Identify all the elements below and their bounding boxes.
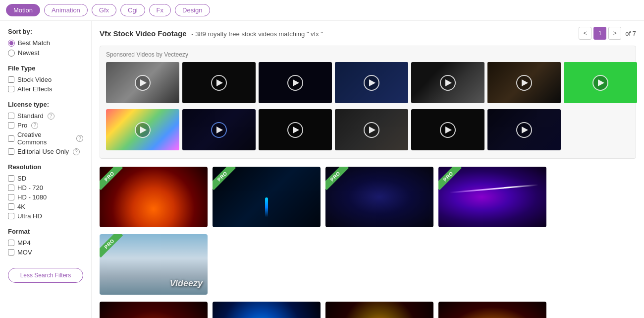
main-layout: Sort by: Best Match Newest File Type Sto… (0, 21, 644, 318)
file-type-after-effects[interactable]: After Effects (8, 85, 83, 93)
sponsored-row-1 (106, 62, 637, 103)
sponsored-thumb-7[interactable] (564, 62, 637, 103)
format-mov[interactable]: MOV (8, 249, 83, 256)
res-ultrahd[interactable]: Ultra HD (8, 212, 83, 220)
format-section: Format MP4 MOV (8, 228, 83, 256)
file-type-section: File Type Stock Video After Effects (8, 64, 83, 93)
play-button[interactable] (211, 75, 227, 91)
play-button[interactable] (516, 75, 532, 91)
res-hd1080[interactable]: HD - 1080 (8, 193, 83, 201)
pagination: < 1 > of 7 (579, 27, 636, 40)
less-filters-button[interactable]: Less Search Filters (8, 268, 83, 283)
next-page-button[interactable]: > (608, 27, 621, 40)
main-thumb-1[interactable] (100, 167, 208, 227)
format-label: Format (8, 228, 83, 235)
sort-by-section: Sort by: Best Match Newest (8, 28, 83, 57)
nav-animation[interactable]: Animation (44, 4, 88, 16)
prev-page-button[interactable]: < (579, 27, 591, 40)
sort-newest[interactable]: Newest (8, 49, 83, 57)
sponsored-section: Sponsored Videos by Vecteezy (100, 46, 636, 159)
file-type-stock-video[interactable]: Stock Video (8, 76, 83, 83)
sponsored-thumb-9[interactable] (182, 109, 256, 150)
cc-help-icon[interactable]: ? (76, 135, 83, 142)
sponsored-row-2 (106, 109, 561, 150)
res-4k[interactable]: 4K (8, 203, 83, 210)
sponsored-grid (106, 62, 630, 153)
main-thumb-2[interactable] (213, 167, 321, 227)
main-thumb-6[interactable] (100, 302, 208, 318)
sponsored-thumb-8[interactable] (106, 109, 179, 150)
play-button[interactable] (364, 122, 379, 138)
file-type-label: File Type (8, 64, 83, 72)
sponsored-thumb-13[interactable] (487, 109, 561, 150)
main-thumb-5[interactable]: Videezy (100, 234, 208, 295)
license-standard[interactable]: Standard ? (8, 112, 83, 120)
content-header: Vfx Stock Video Footage - 389 royalty fr… (100, 27, 636, 40)
license-creative-commons[interactable]: Creative Commons ? (8, 131, 83, 146)
main-thumb-7[interactable] (213, 302, 321, 318)
page-subtitle: - 389 royalty free stock videos matching… (191, 30, 323, 38)
license-section: License type: Standard ? Pro ? Creative … (8, 101, 83, 155)
standard-help-icon[interactable]: ? (48, 113, 54, 120)
play-button[interactable] (592, 75, 608, 91)
license-label: License type: (8, 101, 83, 108)
nav-design[interactable]: Design (175, 4, 210, 16)
play-button[interactable] (211, 122, 227, 138)
top-nav: Motion Animation Gfx Cgi Fx Design (0, 0, 644, 21)
res-hd720[interactable]: HD - 720 (8, 184, 83, 191)
sponsored-thumb-12[interactable] (411, 109, 484, 150)
nav-motion[interactable]: Motion (6, 4, 40, 16)
pro-badge-2 (213, 167, 238, 192)
format-mp4[interactable]: MP4 (8, 239, 83, 247)
sponsored-thumb-2[interactable] (182, 62, 256, 103)
license-pro[interactable]: Pro ? (8, 122, 83, 129)
page-of-label: of 7 (625, 30, 636, 37)
sponsored-thumb-3[interactable] (259, 62, 332, 103)
sponsored-thumb-5[interactable] (411, 62, 484, 103)
play-button[interactable] (135, 122, 151, 138)
pro-help-icon[interactable]: ? (31, 122, 38, 129)
play-button[interactable] (287, 75, 303, 91)
main-thumb-9[interactable] (438, 302, 546, 318)
sponsored-thumb-10[interactable] (259, 109, 332, 150)
sort-best-match[interactable]: Best Match (8, 39, 83, 47)
play-button[interactable] (364, 75, 379, 91)
play-button[interactable] (287, 122, 303, 138)
play-button[interactable] (440, 122, 456, 138)
main-video-grid-row2 (100, 302, 636, 318)
main-thumb-8[interactable] (325, 302, 433, 318)
sidebar: Sort by: Best Match Newest File Type Sto… (0, 21, 92, 318)
sponsored-thumb-6[interactable] (487, 62, 561, 103)
nav-fx[interactable]: Fx (149, 4, 171, 16)
title-area: Vfx Stock Video Footage - 389 royalty fr… (100, 29, 323, 38)
main-video-grid-row1: Videezy (100, 167, 636, 297)
sort-by-label: Sort by: (8, 28, 83, 35)
play-button[interactable] (516, 122, 532, 138)
videezy-watermark: Videezy (170, 278, 203, 289)
main-thumb-3[interactable] (325, 167, 433, 227)
pro-badge-5 (100, 234, 125, 260)
play-button[interactable] (135, 75, 151, 91)
page-title: Vfx Stock Video Footage (100, 29, 187, 38)
sponsored-thumb-4[interactable] (335, 62, 408, 103)
sponsored-thumb-11[interactable] (335, 109, 408, 150)
license-editorial[interactable]: Editorial Use Only ? (8, 148, 83, 155)
nav-gfx[interactable]: Gfx (92, 4, 116, 16)
sponsored-label: Sponsored Videos by Vecteezy (106, 51, 630, 58)
nav-cgi[interactable]: Cgi (120, 4, 145, 16)
pro-badge-4 (438, 167, 464, 192)
pro-badge-1 (100, 167, 125, 192)
sort-options: Best Match Newest (8, 39, 83, 57)
main-thumb-4[interactable] (438, 167, 546, 227)
res-sd[interactable]: SD (8, 175, 83, 182)
resolution-section: Resolution SD HD - 720 HD - 1080 4K Ultr… (8, 163, 83, 220)
current-page-button[interactable]: 1 (593, 27, 606, 40)
resolution-label: Resolution (8, 163, 83, 171)
editorial-help-icon[interactable]: ? (73, 148, 80, 155)
pro-badge-3 (325, 167, 351, 192)
sponsored-thumb-1[interactable] (106, 62, 179, 103)
play-button[interactable] (440, 75, 456, 91)
main-content: Vfx Stock Video Footage - 389 royalty fr… (92, 21, 644, 318)
